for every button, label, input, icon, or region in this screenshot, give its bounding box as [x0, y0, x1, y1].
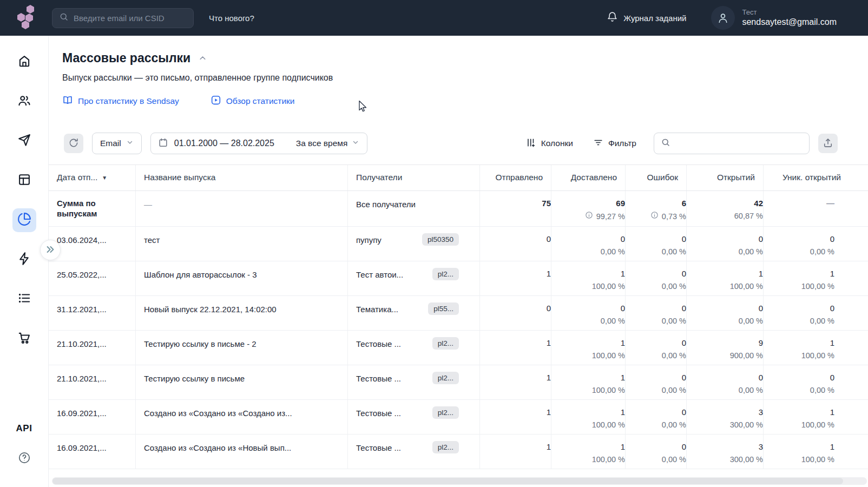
channel-select[interactable]: Email	[92, 133, 142, 154]
cell-opens: 00,00 %	[686, 365, 763, 399]
lightning-icon	[17, 252, 31, 268]
date-range-value: 01.01.2000 — 28.02.2025	[174, 139, 274, 148]
cell-unique-opens: 1100,00 %	[763, 400, 868, 434]
sidebar-item-home[interactable]	[12, 50, 36, 74]
cell-date: 03.06.2024,...	[49, 227, 135, 261]
summary-row[interactable]: Сумма по выпускам — Все получатели 75 69	[49, 191, 868, 227]
columns-label: Колонки	[541, 139, 573, 148]
cell-opens: 9900,00 %	[686, 331, 763, 365]
docs-link[interactable]: Про статистику в Sendsay	[62, 95, 179, 108]
table-row[interactable]: 16.09.2021,... Создано из «Создано из «Н…	[49, 435, 868, 469]
sort-desc-icon: ▼	[102, 175, 107, 181]
sidebar-item-layout[interactable]	[12, 169, 36, 193]
sidebar-expand-button[interactable]	[40, 240, 61, 260]
table-row[interactable]: 21.10.2021,... Тестирую ссылку в письме …	[49, 365, 868, 400]
summary-unique-opens: —	[763, 191, 868, 226]
chevron-up-icon[interactable]	[198, 54, 207, 65]
cell-date: 25.05.2022,...	[49, 261, 135, 295]
table-row[interactable]: 21.10.2021,... Тестирую ссылку в письме …	[49, 331, 868, 365]
column-header-unique-opens[interactable]: Уник. открытий	[763, 165, 868, 190]
cell-delivered: 1100,00 %	[551, 365, 625, 399]
send-icon	[17, 133, 31, 149]
filter-button[interactable]: Фильтр	[593, 137, 636, 150]
cell-opens: 3300,00 %	[686, 400, 763, 434]
page-title: Массовые рассылки	[62, 51, 190, 65]
sendsay-logo[interactable]	[16, 4, 40, 32]
cell-unique-opens: 00,00 %	[763, 365, 868, 399]
sidebar-item-send[interactable]	[12, 129, 36, 153]
list-id-badge: pl55...	[428, 302, 459, 315]
sidebar-item-lists[interactable]	[12, 287, 36, 311]
column-header-errors[interactable]: Ошибок	[625, 165, 686, 190]
cell-recipients: Тестовые ...pl2...	[347, 435, 479, 469]
refresh-button[interactable]	[64, 134, 83, 153]
scrollbar-thumb[interactable]	[52, 478, 843, 484]
main-content: Массовые рассылки Выпуск рассылки — это …	[49, 36, 868, 487]
cell-unique-opens: 1100,00 %	[763, 435, 868, 469]
table-row[interactable]: 25.05.2022,... Шаблон для авторассылок -…	[49, 261, 868, 296]
journal-link[interactable]: Журнал заданий	[607, 11, 686, 24]
summary-name: —	[135, 191, 347, 226]
list-id-badge: pl2...	[432, 268, 459, 280]
horizontal-scrollbar[interactable]	[52, 477, 867, 485]
cell-name: Новый выпуск 22.12.2021, 14:02:00	[135, 296, 347, 330]
date-range-picker[interactable]: 01.01.2000 — 28.02.2025 За все время	[150, 133, 368, 154]
columns-icon	[526, 137, 536, 150]
sidebar-item-users[interactable]	[12, 90, 36, 114]
page-subtitle: Выпуск рассылки — это письмо, отправленн…	[62, 73, 852, 83]
video-overview-link[interactable]: Обзор статистики	[211, 95, 295, 108]
cell-unique-opens: 00,00 %	[763, 296, 868, 330]
sidebar-item-shop[interactable]	[12, 327, 36, 351]
cell-date: 31.12.2021,...	[49, 296, 135, 330]
cell-recipients: Тестовые ...pl2...	[347, 365, 479, 399]
sidebar-item-statistics[interactable]	[12, 208, 36, 232]
sidebar-item-api[interactable]: API	[16, 423, 32, 434]
column-header-name[interactable]: Название выпуска	[135, 165, 347, 190]
cell-name: Шаблон для авторассылок - 3	[135, 261, 347, 295]
play-icon	[211, 95, 221, 108]
summary-delivered: 69 99,27 %	[551, 191, 625, 226]
summary-errors: 6 0,73 %	[625, 191, 686, 226]
list-id-badge: pl2...	[432, 372, 459, 384]
home-icon	[17, 54, 31, 70]
info-icon[interactable]	[585, 210, 593, 223]
journal-label: Журнал заданий	[623, 14, 686, 23]
chevron-down-icon	[352, 139, 359, 148]
topbar: Что нового? Журнал заданий	[0, 0, 868, 36]
date-preset-select[interactable]: За все время	[296, 139, 360, 148]
table-toolbar: Email 01.01.2000 — 28.02.2025 За все	[64, 133, 838, 154]
info-icon[interactable]	[650, 210, 659, 223]
column-header-date[interactable]: Дата отп...▼	[49, 165, 135, 190]
book-icon	[62, 95, 73, 108]
cell-errors: 00,00 %	[625, 296, 686, 330]
columns-button[interactable]: Колонки	[526, 137, 573, 150]
cell-date: 21.10.2021,...	[49, 331, 135, 365]
user-name: Тест	[742, 8, 837, 17]
export-button[interactable]	[818, 134, 838, 153]
cell-recipients: пупупуpl50350	[347, 227, 479, 261]
column-header-sent[interactable]: Отправлено	[479, 165, 551, 190]
table-row[interactable]: 03.06.2024,... тест пупупуpl50350 0 00,0…	[49, 227, 868, 261]
cell-errors: 00,00 %	[625, 227, 686, 261]
user-menu[interactable]: Тест sendsaytest@gmail.com	[711, 6, 837, 30]
summary-recipients: Все получатели	[347, 191, 479, 226]
cell-sent: 1	[479, 261, 551, 295]
table-search-input[interactable]	[675, 139, 803, 148]
cell-delivered: 1100,00 %	[551, 261, 625, 295]
table-row[interactable]: 16.09.2021,... Создано из «Создано из «С…	[49, 400, 868, 435]
summary-title: Сумма по выпускам	[49, 191, 135, 226]
column-header-delivered[interactable]: Доставлено	[551, 165, 625, 190]
column-header-opens[interactable]: Открытий	[686, 165, 763, 190]
table-row[interactable]: 31.12.2021,... Новый выпуск 22.12.2021, …	[49, 296, 868, 331]
whats-new-link[interactable]: Что нового?	[209, 14, 254, 23]
cell-delivered: 00,00 %	[551, 227, 625, 261]
cell-name: тест	[135, 227, 347, 261]
list-id-badge: pl2...	[432, 337, 459, 350]
campaigns-table: Дата отп...▼ Название выпуска Получатели…	[49, 164, 868, 469]
column-header-recipients[interactable]: Получатели	[347, 165, 479, 190]
topbar-search-input[interactable]	[74, 14, 187, 23]
table-search	[654, 133, 810, 154]
app-window: Что нового? Журнал заданий	[0, 0, 868, 487]
sidebar-item-automation[interactable]	[12, 248, 36, 272]
help-button[interactable]	[18, 451, 31, 464]
